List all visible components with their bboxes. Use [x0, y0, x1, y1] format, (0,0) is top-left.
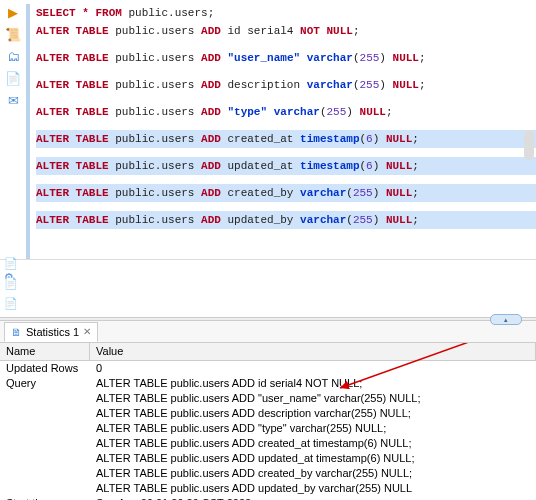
cell-name	[0, 406, 90, 421]
table-row[interactable]: ALTER TABLE public.users ADD updated_by …	[0, 481, 536, 496]
close-icon[interactable]: ✕	[83, 326, 91, 337]
plan-icon[interactable]: 🗂	[5, 48, 21, 64]
cell-value: ALTER TABLE public.users ADD created_by …	[90, 466, 536, 481]
cell-name: Query	[0, 376, 90, 391]
cell-name	[0, 421, 90, 436]
code-line[interactable]	[36, 40, 536, 49]
editor-change-bar	[26, 4, 30, 259]
editor-gutter: ▶📜🗂📄✉	[0, 0, 26, 259]
table-row[interactable]: ALTER TABLE public.users ADD created_by …	[0, 466, 536, 481]
table-row[interactable]: ALTER TABLE public.users ADD updated_at …	[0, 451, 536, 466]
commit-icon[interactable]: 📄	[5, 70, 21, 86]
results-grid: Name Value Updated Rows0QueryALTER TABLE…	[0, 343, 536, 500]
table-row[interactable]: ALTER TABLE public.users ADD description…	[0, 406, 536, 421]
doc-icon-1[interactable]: 📄	[4, 257, 20, 273]
table-row[interactable]: ALTER TABLE public.users ADD "type" varc…	[0, 421, 536, 436]
grid-body: Updated Rows0QueryALTER TABLE public.use…	[0, 361, 536, 500]
code-line[interactable]: ALTER TABLE public.users ADD updated_at …	[36, 157, 536, 175]
app-root: ▶📜🗂📄✉ SELECT * FROM public.users;ALTER T…	[0, 0, 536, 500]
code-line[interactable]: ALTER TABLE public.users ADD created_at …	[36, 130, 536, 148]
cell-value: ALTER TABLE public.users ADD created_at …	[90, 436, 536, 451]
editor-pane: ▶📜🗂📄✉ SELECT * FROM public.users;ALTER T…	[0, 0, 536, 259]
cell-name: Updated Rows	[0, 361, 90, 376]
editor-scrollbar[interactable]	[524, 130, 534, 160]
code-line[interactable]: ALTER TABLE public.users ADD updated_by …	[36, 211, 536, 229]
code-line[interactable]: ALTER TABLE public.users ADD id serial4 …	[36, 22, 536, 40]
cell-name	[0, 466, 90, 481]
document-icon: 🗎	[11, 326, 22, 338]
col-header-name[interactable]: Name	[0, 343, 90, 360]
cell-name: Start time	[0, 496, 90, 500]
cell-value: ALTER TABLE public.users ADD id serial4 …	[90, 376, 536, 391]
table-row[interactable]: ALTER TABLE public.users ADD created_at …	[0, 436, 536, 451]
cell-value: ALTER TABLE public.users ADD description…	[90, 406, 536, 421]
cell-name	[0, 436, 90, 451]
cell-value: ALTER TABLE public.users ADD "type" varc…	[90, 421, 536, 436]
grid-header: Name Value	[0, 343, 536, 361]
col-header-value[interactable]: Value	[90, 343, 536, 360]
code-line[interactable]	[36, 175, 536, 184]
collapse-handle[interactable]: ▴	[490, 314, 522, 325]
table-row[interactable]: ALTER TABLE public.users ADD "user_name"…	[0, 391, 536, 406]
sql-editor[interactable]: SELECT * FROM public.users;ALTER TABLE p…	[36, 4, 536, 259]
doc-icon-3[interactable]: 📄	[4, 297, 20, 313]
table-row[interactable]: Updated Rows0	[0, 361, 536, 376]
table-row[interactable]: Start timeSun Aug 06 01:26:29 CST 2023	[0, 496, 536, 500]
lower-toolbar: ⚙ 📄 📄 📄	[0, 259, 536, 317]
play-icon[interactable]: ▶	[5, 4, 21, 20]
code-line[interactable]: SELECT * FROM public.users;	[36, 4, 536, 22]
code-line[interactable]: ALTER TABLE public.users ADD "user_name"…	[36, 49, 536, 67]
doc-icon-2[interactable]: 📄	[4, 277, 20, 293]
cell-name	[0, 391, 90, 406]
code-line[interactable]: ALTER TABLE public.users ADD "type" varc…	[36, 103, 536, 121]
code-line[interactable]	[36, 94, 536, 103]
code-line[interactable]	[36, 148, 536, 157]
tab-statistics[interactable]: 🗎 Statistics 1 ✕	[4, 322, 98, 342]
code-line[interactable]: ALTER TABLE public.users ADD description…	[36, 76, 536, 94]
cell-value: ALTER TABLE public.users ADD "user_name"…	[90, 391, 536, 406]
cell-value: Sun Aug 06 01:26:29 CST 2023	[90, 496, 536, 500]
code-line[interactable]	[36, 202, 536, 211]
code-line[interactable]: ALTER TABLE public.users ADD created_by …	[36, 184, 536, 202]
tab-label: Statistics 1	[26, 326, 79, 338]
table-row[interactable]: QueryALTER TABLE public.users ADD id ser…	[0, 376, 536, 391]
script-icon[interactable]: 📜	[5, 26, 21, 42]
cell-value: ALTER TABLE public.users ADD updated_by …	[90, 481, 536, 496]
code-line[interactable]	[36, 67, 536, 76]
code-line[interactable]	[36, 121, 536, 130]
mail-icon[interactable]: ✉	[5, 92, 21, 108]
cell-name	[0, 481, 90, 496]
cell-value: 0	[90, 361, 536, 376]
cell-name	[0, 451, 90, 466]
cell-value: ALTER TABLE public.users ADD updated_at …	[90, 451, 536, 466]
results-tab-bar: 🗎 Statistics 1 ✕	[0, 321, 536, 343]
editor-wrap: SELECT * FROM public.users;ALTER TABLE p…	[26, 0, 536, 259]
pane-divider[interactable]: ▴	[0, 317, 536, 321]
